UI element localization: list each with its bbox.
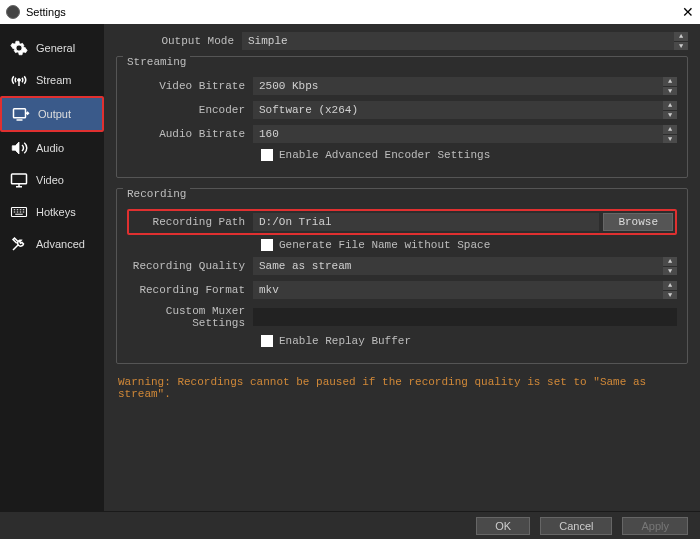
advanced-encoder-label: Enable Advanced Encoder Settings <box>279 149 490 161</box>
encoder-spinner[interactable]: ▲ ▼ <box>663 101 677 119</box>
recording-path-row: Recording Path Browse <box>131 213 673 231</box>
audio-bitrate-label: Audio Bitrate <box>127 128 253 140</box>
titlebar: Settings ✕ <box>0 0 700 24</box>
window-title: Settings <box>26 6 66 18</box>
chevron-down-icon[interactable]: ▼ <box>663 267 677 276</box>
output-mode-spinner[interactable]: ▲ ▼ <box>674 32 688 50</box>
chevron-up-icon[interactable]: ▲ <box>663 257 677 267</box>
chevron-down-icon[interactable]: ▼ <box>663 87 677 96</box>
tools-icon <box>10 235 28 253</box>
sidebar: General Stream Output Audio <box>0 24 104 511</box>
video-icon <box>10 171 28 189</box>
gear-icon <box>10 39 28 57</box>
replay-buffer-label: Enable Replay Buffer <box>279 335 411 347</box>
advanced-encoder-checkbox[interactable] <box>261 149 273 161</box>
sidebar-item-general[interactable]: General <box>0 32 104 64</box>
keyboard-icon <box>10 203 28 221</box>
recording-format-select[interactable] <box>253 281 663 299</box>
sidebar-item-hotkeys[interactable]: Hotkeys <box>0 196 104 228</box>
audio-icon <box>10 139 28 157</box>
sidebar-item-advanced[interactable]: Advanced <box>0 228 104 260</box>
sidebar-item-label: Advanced <box>36 238 85 250</box>
chevron-up-icon[interactable]: ▲ <box>663 125 677 135</box>
content-panel: Output Mode ▲ ▼ Streaming Video Bitrate … <box>104 24 700 511</box>
video-bitrate-label: Video Bitrate <box>127 80 253 92</box>
sidebar-item-label: Video <box>36 174 64 186</box>
chevron-up-icon[interactable]: ▲ <box>674 32 688 42</box>
sidebar-item-video[interactable]: Video <box>0 164 104 196</box>
output-mode-select[interactable] <box>242 32 674 50</box>
sidebar-output-highlight: Output <box>0 96 104 132</box>
svg-rect-2 <box>12 174 27 184</box>
encoder-row: Encoder ▲ ▼ <box>127 101 677 119</box>
sidebar-item-label: Audio <box>36 142 64 154</box>
encoder-select[interactable] <box>253 101 663 119</box>
footer: OK Cancel Apply <box>0 511 700 539</box>
gen-filename-label: Generate File Name without Space <box>279 239 490 251</box>
chevron-down-icon[interactable]: ▼ <box>663 135 677 144</box>
encoder-label: Encoder <box>127 104 253 116</box>
stream-icon <box>10 71 28 89</box>
sidebar-item-audio[interactable]: Audio <box>0 132 104 164</box>
recording-path-highlight: Recording Path Browse <box>127 209 677 235</box>
output-mode-label: Output Mode <box>116 35 242 47</box>
recording-format-row: Recording Format ▲ ▼ <box>127 281 677 299</box>
custom-muxer-input[interactable] <box>253 308 677 326</box>
custom-muxer-label: Custom Muxer Settings <box>127 305 253 329</box>
gen-filename-row: Generate File Name without Space <box>261 239 677 251</box>
ok-button[interactable]: OK <box>476 517 530 535</box>
app-icon <box>6 5 20 19</box>
recording-quality-select[interactable] <box>253 257 663 275</box>
recording-format-spinner[interactable]: ▲ ▼ <box>663 281 677 299</box>
sidebar-item-label: General <box>36 42 75 54</box>
sidebar-item-label: Hotkeys <box>36 206 76 218</box>
sidebar-item-output[interactable]: Output <box>2 98 102 130</box>
output-mode-row: Output Mode ▲ ▼ <box>116 32 688 50</box>
gen-filename-checkbox[interactable] <box>261 239 273 251</box>
replay-buffer-checkbox[interactable] <box>261 335 273 347</box>
sidebar-item-label: Stream <box>36 74 71 86</box>
recording-quality-label: Recording Quality <box>127 260 253 272</box>
video-bitrate-input[interactable] <box>253 77 663 95</box>
chevron-down-icon[interactable]: ▼ <box>674 42 688 51</box>
video-bitrate-spinner[interactable]: ▲ ▼ <box>663 77 677 95</box>
svg-point-0 <box>18 79 21 82</box>
apply-button[interactable]: Apply <box>622 517 688 535</box>
recording-title: Recording <box>123 188 190 200</box>
recording-quality-row: Recording Quality ▲ ▼ <box>127 257 677 275</box>
replay-buffer-row: Enable Replay Buffer <box>261 335 677 347</box>
browse-button[interactable]: Browse <box>603 213 673 231</box>
recording-path-label: Recording Path <box>131 216 253 228</box>
recording-group: Recording Recording Path Browse Generate… <box>116 188 688 364</box>
chevron-down-icon[interactable]: ▼ <box>663 291 677 300</box>
recording-path-input[interactable] <box>253 213 599 231</box>
streaming-title: Streaming <box>123 56 190 68</box>
audio-bitrate-spinner[interactable]: ▲ ▼ <box>663 125 677 143</box>
chevron-down-icon[interactable]: ▼ <box>663 111 677 120</box>
warning-text: Warning: Recordings cannot be paused if … <box>118 376 688 400</box>
chevron-up-icon[interactable]: ▲ <box>663 77 677 87</box>
audio-bitrate-row: Audio Bitrate ▲ ▼ <box>127 125 677 143</box>
advanced-encoder-row: Enable Advanced Encoder Settings <box>261 149 677 161</box>
sidebar-item-label: Output <box>38 108 71 120</box>
output-icon <box>12 105 30 123</box>
video-bitrate-row: Video Bitrate ▲ ▼ <box>127 77 677 95</box>
chevron-up-icon[interactable]: ▲ <box>663 101 677 111</box>
audio-bitrate-select[interactable] <box>253 125 663 143</box>
chevron-up-icon[interactable]: ▲ <box>663 281 677 291</box>
cancel-button[interactable]: Cancel <box>540 517 612 535</box>
recording-quality-spinner[interactable]: ▲ ▼ <box>663 257 677 275</box>
streaming-group: Streaming Video Bitrate ▲ ▼ Encoder ▲ <box>116 56 688 178</box>
custom-muxer-row: Custom Muxer Settings <box>127 305 677 329</box>
close-icon[interactable]: ✕ <box>682 4 694 20</box>
svg-rect-1 <box>14 109 26 118</box>
sidebar-item-stream[interactable]: Stream <box>0 64 104 96</box>
recording-format-label: Recording Format <box>127 284 253 296</box>
